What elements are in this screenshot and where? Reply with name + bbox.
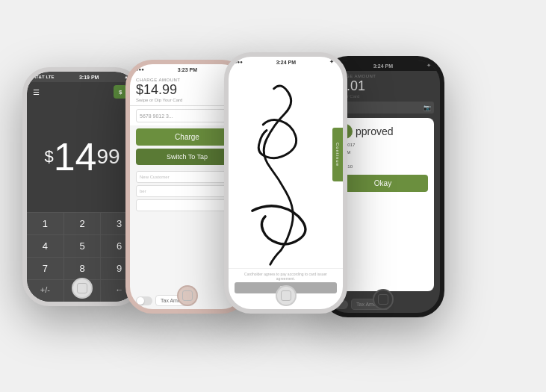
approved-ref: 042410 bbox=[338, 164, 428, 171]
calculator-amount: $ 14 99 bbox=[27, 102, 137, 212]
charge-button[interactable]: Charge bbox=[136, 128, 238, 146]
charge-amount-display: $14.99 bbox=[136, 82, 238, 98]
approved-time: 01 PM bbox=[338, 149, 428, 157]
signal-icon: ●●● bbox=[136, 67, 144, 72]
card-number-input[interactable]: 5678 9012 3... 📷 bbox=[136, 109, 238, 122]
new-customer-field[interactable]: New Customer bbox=[136, 171, 238, 183]
calc-toolbar: ☰ $ › bbox=[27, 82, 137, 102]
signature-area[interactable]: Continue bbox=[229, 67, 343, 268]
camera-icon-4: 📷 bbox=[424, 105, 431, 111]
phone-signature: ●●● 3:24 PM ✦ ▪ bbox=[224, 52, 347, 314]
volume-up-button[interactable] bbox=[128, 109, 130, 124]
bluetooth-icon-4: ✦ bbox=[426, 63, 431, 69]
status-icons-3: ✦ ▪ bbox=[329, 59, 337, 65]
signal-icon-3: ●●● bbox=[235, 60, 243, 64]
calculator-screen: ☰ $ › $ 14 99 1 2 3 4 5 6 bbox=[27, 82, 137, 302]
home-button-2[interactable] bbox=[177, 285, 198, 306]
key-2[interactable]: 2 bbox=[64, 213, 101, 234]
home-button-3[interactable] bbox=[276, 285, 297, 306]
whole-amount: 14 bbox=[54, 134, 97, 179]
home-button-1[interactable] bbox=[72, 278, 93, 299]
card-number-placeholder: 5678 9012 3... bbox=[140, 113, 173, 119]
menu-icon[interactable]: ☰ bbox=[33, 88, 40, 96]
tax-toggle[interactable] bbox=[136, 296, 152, 305]
cents-amount: 99 bbox=[96, 145, 120, 169]
key-5[interactable]: 5 bbox=[64, 235, 101, 257]
key-4[interactable]: 4 bbox=[27, 235, 63, 257]
status-time-4: 3:24 PM bbox=[373, 63, 393, 69]
status-bar-1: AT&T LTE 3:19 PM ▲ ▪ bbox=[27, 72, 137, 82]
home-button-4[interactable] bbox=[373, 289, 394, 310]
key-7[interactable]: 7 bbox=[27, 258, 63, 279]
okay-button[interactable]: Okay bbox=[338, 175, 428, 192]
status-bar-3: ●●● 3:24 PM ✦ ▪ bbox=[229, 57, 343, 67]
approved-title-text: pproved bbox=[356, 125, 394, 137]
carrier-label: AT&T bbox=[33, 75, 45, 79]
signature-screen: Continue Cardholder agrees to pay accord… bbox=[229, 67, 343, 309]
reference-field[interactable]: ber bbox=[136, 185, 238, 197]
bluetooth-icon-3: ✦ bbox=[329, 59, 334, 65]
card-instruction: Swipe or Dip Your Card bbox=[136, 98, 238, 102]
battery-icon-4: ▪ bbox=[432, 63, 434, 68]
continue-button[interactable]: Continue bbox=[332, 128, 343, 181]
key-8[interactable]: 8 bbox=[64, 258, 101, 279]
phone-calculator: AT&T LTE 3:19 PM ▲ ▪ ☰ $ › bbox=[22, 67, 142, 306]
dollar-sign: $ bbox=[44, 147, 53, 167]
status-icons-4: ✦ ▪ bbox=[426, 63, 434, 69]
status-time-3: 3:24 PM bbox=[276, 60, 296, 65]
volume-down-button[interactable] bbox=[128, 128, 130, 143]
key-plus-minus[interactable]: +/- bbox=[27, 280, 63, 302]
approved-icon-row: ✓ pproved bbox=[338, 124, 428, 139]
switch-to-tap-button[interactable]: Switch To Tap bbox=[136, 149, 238, 165]
approved-details: 29, 2017 01 PM 0.01 042410 bbox=[338, 142, 428, 170]
battery-icon-3: ▪ bbox=[335, 60, 337, 64]
signature-svg bbox=[229, 67, 343, 268]
key-1[interactable]: 1 bbox=[27, 213, 63, 234]
status-time-2: 3:23 PM bbox=[178, 67, 197, 72]
extra-field[interactable] bbox=[136, 199, 238, 211]
scene: AT&T LTE 3:19 PM ▲ ▪ ☰ $ › bbox=[0, 0, 546, 392]
approved-amount-detail: 0.01 bbox=[338, 156, 428, 164]
network-label: LTE bbox=[46, 75, 55, 79]
status-time-1: 3:19 PM bbox=[79, 75, 99, 80]
power-button-4[interactable] bbox=[440, 113, 442, 128]
approved-date: 29, 2017 bbox=[338, 142, 428, 149]
cardholder-disclaimer: Cardholder agrees to pay according to ca… bbox=[235, 272, 337, 281]
